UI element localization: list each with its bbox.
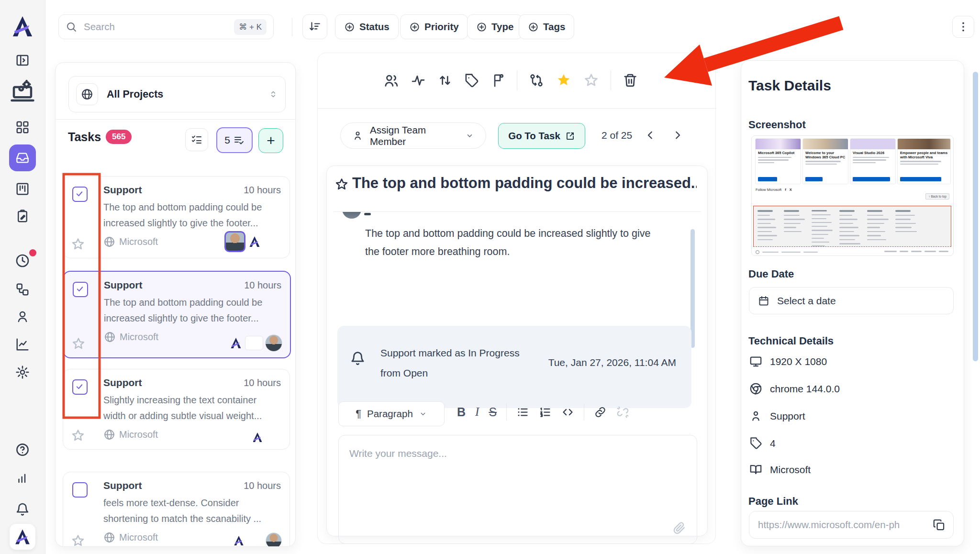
task-hours: 10 hours <box>244 377 281 388</box>
sidebar-item-profile[interactable] <box>15 310 30 324</box>
assign-team-member-button[interactable]: Assign Team Member <box>340 122 486 149</box>
block-type-dropdown[interactable]: ¶ Paragraph <box>338 401 445 426</box>
select-tasks-button[interactable] <box>185 128 208 151</box>
attachment-icon[interactable] <box>672 521 686 535</box>
add-task-button[interactable]: + <box>258 128 283 153</box>
avatar-photo <box>265 334 282 352</box>
sidebar-item-dashboard[interactable] <box>15 120 30 134</box>
format-divider <box>506 403 507 421</box>
task-checkbox-checked[interactable] <box>73 282 88 297</box>
bold-button[interactable]: B <box>457 405 466 419</box>
flag-icon[interactable] <box>490 73 505 88</box>
filter-priority-label: Priority <box>424 21 459 33</box>
pagination-label: 2 of 25 <box>601 130 632 141</box>
filter-status-button[interactable]: Status <box>335 14 399 39</box>
collapse-panel-icon[interactable] <box>15 53 30 67</box>
task-card-2-selected[interactable]: Support10 hours The top and bottom paddi… <box>63 271 291 358</box>
avatar-wordmark <box>266 433 282 442</box>
more-options-button[interactable] <box>952 16 974 38</box>
monitor-icon <box>749 355 762 368</box>
task-hours: 10 hours <box>244 185 281 196</box>
sidebar-item-analytics[interactable] <box>15 337 30 352</box>
go-to-task-button[interactable]: Go To Task <box>498 123 585 149</box>
sort-updown-icon[interactable] <box>437 73 453 88</box>
page-link-label: Page Link <box>748 495 798 508</box>
task-card-1[interactable]: Support10 hours The top and bottom paddi… <box>63 176 290 258</box>
task-description: The top and bottom padding could be incr… <box>103 199 281 231</box>
tasks-count-badge: 565 <box>106 130 132 144</box>
task-project: Microsoft <box>119 429 158 440</box>
sort-button[interactable] <box>302 14 327 39</box>
message-input-box[interactable]: Write your message... <box>338 435 697 544</box>
thumb-card: Visual Studio 2026 <box>850 138 896 184</box>
favorite-star-icon[interactable] <box>71 534 85 547</box>
favorite-star-icon[interactable] <box>71 337 86 351</box>
task-card-3[interactable]: Support10 hours Slightly increasing the … <box>63 369 290 450</box>
avatar-wordmark <box>245 336 263 350</box>
tag-icon[interactable] <box>464 73 479 88</box>
copy-icon[interactable] <box>933 519 946 532</box>
filter-priority-button[interactable]: Priority <box>400 14 468 39</box>
sidebar-item-stats[interactable] <box>15 470 30 485</box>
sidebar-item-notifications[interactable] <box>15 502 30 517</box>
inbox-icon <box>16 151 29 165</box>
person-icon <box>749 410 762 422</box>
numbered-list-icon[interactable] <box>539 406 552 419</box>
sidebar-item-settings[interactable] <box>15 365 30 380</box>
prev-task-icon[interactable] <box>644 129 657 142</box>
sidebar-item-notes[interactable] <box>15 209 30 223</box>
device-settings-icon[interactable] <box>10 79 35 105</box>
tech-assignee-row: Support <box>749 410 805 422</box>
sidebar-item-board[interactable] <box>15 182 30 196</box>
workspace-logo[interactable] <box>10 524 35 550</box>
project-selector[interactable]: All Projects <box>68 76 286 112</box>
task-card-4[interactable]: Support10 hours feels more text-dense. C… <box>63 472 290 547</box>
tasks-panel: All Projects Tasks 565 5 + Support10 hou… <box>55 62 296 547</box>
tech-resolution: 1920 X 1080 <box>770 356 827 367</box>
detail-column: Assign Team Member Go To Task 2 of 25 Th… <box>317 53 716 544</box>
favorite-star-icon[interactable] <box>71 237 85 252</box>
italic-button[interactable]: I <box>475 405 479 419</box>
star-outline-icon[interactable] <box>583 73 599 89</box>
tech-browser: chrome 144.0.0 <box>770 383 840 395</box>
task-checkbox-checked[interactable] <box>72 379 88 395</box>
sidebar-item-history[interactable] <box>15 253 30 268</box>
next-task-icon[interactable] <box>671 129 684 142</box>
filter-tags-button[interactable]: Tags <box>519 14 574 39</box>
filter-type-button[interactable]: Type <box>467 14 523 39</box>
title-star-icon[interactable] <box>334 177 349 192</box>
chrome-icon <box>749 382 762 395</box>
page-link-input[interactable] <box>757 519 928 531</box>
thumb-card-button <box>900 177 941 181</box>
git-compare-icon[interactable] <box>529 73 544 88</box>
task-description: feels more text-dense. Consider shorteni… <box>103 495 281 527</box>
sidebar-item-help[interactable] <box>15 443 30 457</box>
sidebar-item-inbox-active[interactable] <box>9 144 36 171</box>
avatar-group <box>224 231 282 252</box>
task-checkbox-unchecked[interactable] <box>72 482 88 498</box>
search-box[interactable]: ⌘ + K <box>58 14 274 39</box>
plus-circle-icon <box>409 22 420 33</box>
page-scrollbar-thumb[interactable] <box>973 72 978 361</box>
page-size-value: 5 <box>224 134 230 146</box>
sidebar-item-integrations[interactable] <box>15 282 30 297</box>
page-size-button[interactable]: 5 <box>216 127 253 153</box>
delete-icon[interactable] <box>623 73 638 88</box>
link-icon[interactable] <box>594 406 607 419</box>
screenshot-thumbnail[interactable]: Microsoft 365 Copilot Welcome to your Wi… <box>751 135 954 256</box>
strikethrough-button[interactable]: S <box>489 405 497 419</box>
favorite-star-icon[interactable] <box>71 429 85 443</box>
due-date-field[interactable]: Select a date <box>749 287 954 314</box>
star-filled-icon[interactable] <box>556 72 572 89</box>
tasks-header: Tasks 565 <box>68 130 132 144</box>
search-input[interactable] <box>83 21 228 33</box>
unlink-icon[interactable] <box>616 406 629 419</box>
tag-icon <box>749 437 762 450</box>
bullet-list-icon[interactable] <box>516 406 529 419</box>
message-scroll-area[interactable]: The top and bottom padding could be incr… <box>334 212 701 413</box>
assignees-icon[interactable] <box>383 73 399 89</box>
task-content-card: The top and bottom padding could be incr… <box>326 166 708 536</box>
task-checkbox-checked[interactable] <box>72 187 88 202</box>
activity-icon[interactable] <box>411 73 426 88</box>
code-icon[interactable] <box>561 406 574 419</box>
